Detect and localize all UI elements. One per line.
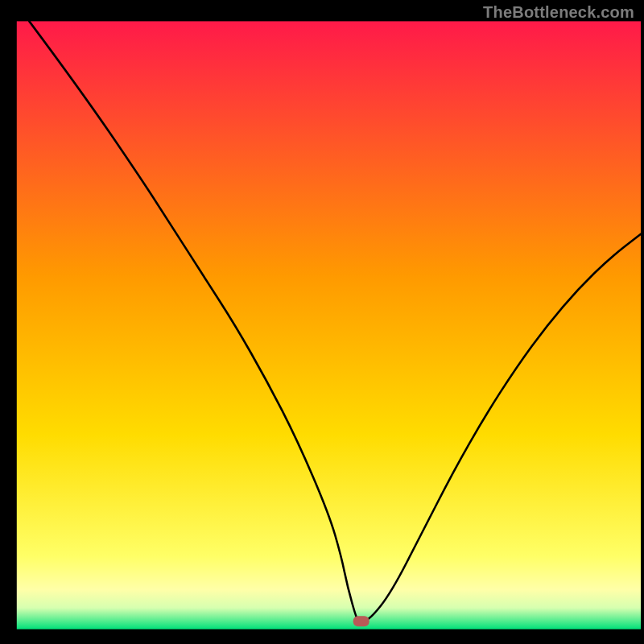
optimal-point-marker <box>353 616 369 626</box>
chart-stage: TheBottleneck.com <box>0 0 644 644</box>
bottleneck-chart <box>0 0 644 644</box>
attribution-text: TheBottleneck.com <box>483 3 634 22</box>
